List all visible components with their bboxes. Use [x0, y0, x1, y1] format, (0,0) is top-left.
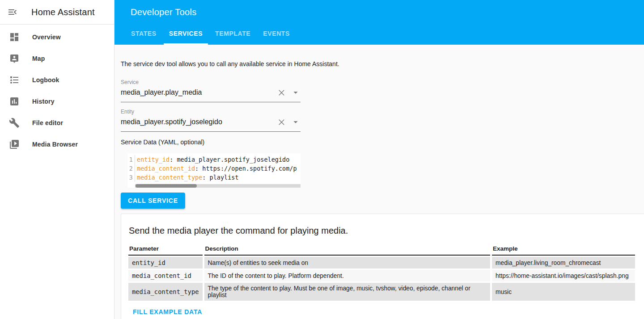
line-number: 3	[127, 173, 135, 182]
param-example: https://home-assistant.io/images/cast/sp…	[492, 270, 635, 281]
view-dashboard-icon	[9, 32, 20, 42]
yaml-key: entity_id	[137, 156, 169, 163]
service-description-card: Send the media player the command for pl…	[121, 214, 644, 319]
scrollbar-thumb[interactable]	[136, 184, 197, 188]
column-header-description: Description	[204, 244, 490, 256]
param-name: media_content_id	[128, 270, 203, 281]
sidebar-item-overview[interactable]: Overview	[0, 26, 114, 48]
table-header-row: Parameter Description Example	[128, 244, 635, 256]
play-box-multiple-icon	[9, 139, 20, 150]
yaml-line: 1 entity_id: media_player.spotify_josele…	[127, 155, 301, 164]
param-name: entity_id	[128, 257, 203, 269]
sidebar-item-media-browser[interactable]: Media Browser	[0, 134, 114, 155]
sidebar-item-label: Logbook	[32, 76, 59, 84]
sidebar-nav: Overview Map Logbook History File editor	[0, 25, 114, 155]
fill-example-data-button[interactable]: FILL EXAMPLE DATA	[133, 308, 202, 315]
sidebar-item-history[interactable]: History	[0, 91, 114, 112]
clear-icon[interactable]	[277, 118, 286, 127]
clear-icon[interactable]	[277, 88, 286, 97]
parameters-table: Parameter Description Example entity_id …	[127, 243, 637, 302]
account-location-icon	[9, 53, 20, 64]
wrench-icon	[9, 118, 20, 128]
yaml-editor-label: Service Data (YAML, optional)	[121, 139, 204, 146]
yaml-value: : playlist	[202, 174, 238, 181]
param-description: Name(s) of entities to seek media on	[204, 257, 490, 269]
service-description-heading: Send the media player the command for pl…	[129, 226, 637, 236]
column-header-parameter: Parameter	[128, 244, 203, 256]
services-panel: The service dev tool allows you to call …	[121, 45, 644, 319]
app-header: Developer Tools STATES SERVICES TEMPLATE…	[114, 0, 644, 45]
service-field-value[interactable]: media_player.play_media	[121, 88, 277, 97]
yaml-value: : https://open.spotify.com/p	[195, 165, 297, 172]
sidebar-item-file-editor[interactable]: File editor	[0, 112, 114, 134]
sidebar-item-label: Media Browser	[32, 141, 78, 148]
service-select[interactable]: media_player.play_media	[121, 88, 301, 102]
horizontal-scrollbar[interactable]	[135, 184, 301, 188]
call-service-button[interactable]: CALL SERVICE	[121, 193, 185, 209]
table-row: media_content_type The type of the conte…	[128, 283, 635, 301]
param-name: media_content_type	[128, 283, 203, 301]
app-name: Home Assistant	[31, 7, 95, 17]
entity-field-label: Entity	[121, 109, 301, 115]
yaml-line: 2 media_content_id: https://open.spotify…	[127, 164, 301, 173]
service-field-label: Service	[121, 79, 301, 85]
sidebar-item-label: Map	[32, 55, 45, 62]
sidebar-item-label: File editor	[32, 119, 63, 126]
sidebar-item-label: Overview	[32, 34, 61, 41]
chevron-down-icon[interactable]	[291, 88, 301, 97]
yaml-key: media_content_type	[137, 174, 202, 181]
sidebar: Home Assistant Overview Map Logbook Hist…	[0, 0, 114, 319]
service-field: Service media_player.play_media	[121, 79, 301, 102]
sidebar-header: Home Assistant	[0, 0, 114, 25]
yaml-line: 3 media_content_type: playlist	[127, 173, 301, 182]
param-description: The ID of the content to play. Platform …	[204, 270, 490, 281]
page-title: Developer Tools	[131, 7, 197, 17]
chart-box-icon	[9, 96, 20, 107]
yaml-editor[interactable]: 1 entity_id: media_player.spotify_josele…	[127, 153, 301, 188]
table-row: entity_id Name(s) of entities to seek me…	[128, 257, 635, 269]
entity-field: Entity media_player.spotify_joselegido	[121, 109, 301, 132]
list-bulleted-type-icon	[9, 75, 20, 85]
tab-template[interactable]: TEMPLATE	[210, 23, 256, 45]
table-row: media_content_id The ID of the content t…	[128, 270, 635, 281]
param-description: The type of the content to play. Must be…	[204, 283, 490, 301]
entity-field-value[interactable]: media_player.spotify_joselegido	[121, 118, 277, 126]
line-number: 2	[127, 164, 135, 173]
sidebar-item-logbook[interactable]: Logbook	[0, 69, 114, 91]
chevron-down-icon[interactable]	[291, 117, 301, 127]
menu-open-icon[interactable]	[7, 7, 18, 17]
sidebar-item-map[interactable]: Map	[0, 48, 114, 69]
intro-text: The service dev tool allows you to call …	[121, 60, 339, 67]
tab-events[interactable]: EVENTS	[258, 23, 295, 45]
column-header-example: Example	[492, 244, 635, 256]
param-example: media_player.living_room_chromecast	[492, 257, 635, 269]
param-example: music	[492, 283, 635, 301]
tab-states[interactable]: STATES	[126, 23, 162, 45]
yaml-key: media_content_id	[137, 165, 195, 172]
sidebar-item-label: History	[32, 98, 55, 105]
yaml-value: : media_player.spotify_joselegido	[169, 156, 289, 163]
line-number: 1	[127, 155, 135, 164]
tab-services[interactable]: SERVICES	[164, 23, 208, 45]
entity-select[interactable]: media_player.spotify_joselegido	[121, 117, 301, 132]
tabbar: STATES SERVICES TEMPLATE EVENTS	[126, 23, 297, 45]
